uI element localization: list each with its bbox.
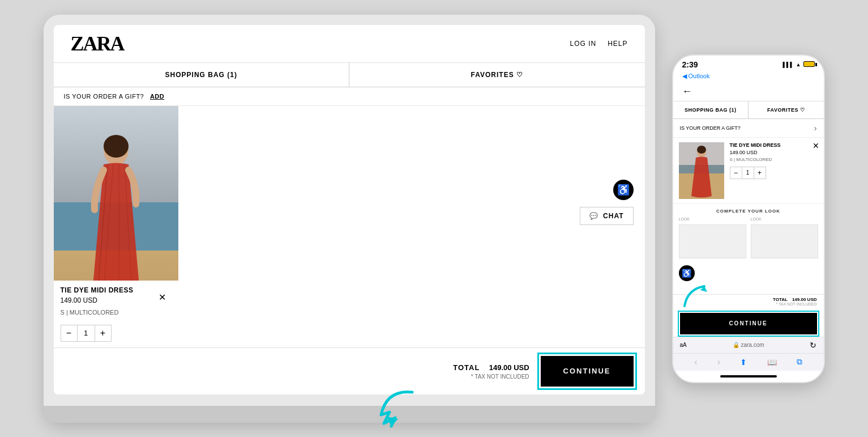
site-header: ZARA LOG IN HELP <box>54 25 645 63</box>
tab-shopping-bag[interactable]: SHOPPING BAG (1) <box>54 63 350 87</box>
phone-look-label-1: LOOK <box>679 217 746 221</box>
gift-bar: IS YOUR ORDER A GIFT? ADD <box>54 87 645 106</box>
product-price: 149.00 USD <box>61 296 172 304</box>
phone-continue-button[interactable]: CONTINUE <box>680 313 817 334</box>
tabs-bar: SHOPPING BAG (1) FAVORITES ♡ <box>54 63 645 87</box>
product-content-area: ♿ 💬 CHAT <box>178 106 645 347</box>
quantity-value: 1 <box>77 325 95 341</box>
svg-point-8 <box>697 146 706 154</box>
phone-gift-bar[interactable]: IS YOUR ORDER A GIFT? › <box>673 119 824 138</box>
product-image-area: ✕ TIE DYE MIDI DRESS 149.00 USD S | MULT… <box>54 106 178 347</box>
phone-product-image <box>679 142 724 199</box>
phone-remove-product-button[interactable]: ✕ <box>813 141 819 150</box>
battery-icon-container <box>803 61 815 68</box>
phone-look-label-2: LOOK <box>751 217 818 221</box>
phone-look-labels: LOOK LOOK <box>673 216 824 222</box>
phone-tab-favorites[interactable]: FAVORITES ♡ <box>749 101 824 118</box>
phone-font-size-control[interactable]: aA <box>680 342 687 348</box>
product-name: TIE DYE MIDI DRESS <box>61 286 172 294</box>
checkout-bottom-bar: TOTAL 149.00 USD * TAX NOT INCLUDED CONT… <box>54 347 645 394</box>
phone-share-icon[interactable]: ⬆ <box>740 358 747 367</box>
gift-add-link[interactable]: ADD <box>150 93 164 100</box>
accessibility-button[interactable]: ♿ <box>613 180 634 200</box>
phone-tab-shopping-bag[interactable]: SHOPPING BAG (1) <box>673 101 749 118</box>
laptop-screen: ZARA LOG IN HELP SHOPPING BAG (1) FAVORI… <box>54 25 645 394</box>
total-section: TOTAL 149.00 USD * TAX NOT INCLUDED <box>453 362 529 380</box>
quantity-decrease-button[interactable]: − <box>61 325 77 341</box>
phone-back-arrow[interactable]: ← <box>682 86 692 97</box>
phone-tabs-bar: SHOPPING BAG (1) FAVORITES ♡ <box>673 101 824 119</box>
phone-quantity-increase-button[interactable]: + <box>754 167 766 179</box>
product-details-panel: ✕ TIE DYE MIDI DRESS 149.00 USD S | MULT… <box>54 281 178 347</box>
phone-quantity-control: − 1 + <box>730 167 766 179</box>
phone-look-row <box>673 222 824 263</box>
arrow-annotation <box>375 384 421 431</box>
wifi-icon: ▲ <box>796 62 801 67</box>
phone-status-icons: ▌▌▌ ▲ <box>783 61 814 68</box>
chat-button[interactable]: 💬 CHAT <box>580 207 633 225</box>
phone-look-section-title: COMPLETE YOUR LOOK <box>673 204 824 216</box>
phone-nav-bar: ← <box>673 82 824 101</box>
battery-icon <box>803 61 815 67</box>
phone-product-name: TIE DYE MIDI DRESS <box>730 142 818 148</box>
phone-gift-arrow: › <box>814 124 817 133</box>
tax-note: * TAX NOT INCLUDED <box>453 374 529 380</box>
phone-status-bar: 2:39 ▌▌▌ ▲ <box>673 56 824 71</box>
product-section: ✕ TIE DYE MIDI DRESS 149.00 USD S | MULT… <box>54 106 645 347</box>
signal-icon: ▌▌▌ <box>783 62 793 67</box>
phone-quantity-value: 1 <box>742 167 754 179</box>
svg-point-1 <box>104 135 129 158</box>
phone-browser-bar: aA 🔒 zara.com ↻ <box>673 337 824 353</box>
phone-gift-text: IS YOUR ORDER A GIFT? <box>680 125 741 131</box>
total-amount: 149.00 USD <box>489 363 529 372</box>
phone-quantity-decrease-button[interactable]: − <box>730 167 742 179</box>
phone-home-indicator <box>720 375 777 377</box>
header-links: LOG IN HELP <box>570 40 627 48</box>
phone-tabs-icon[interactable]: ⧉ <box>797 357 802 367</box>
phone-look-item-2[interactable] <box>751 224 818 258</box>
phone-browser-nav-row: ‹ › ⬆ 📖 ⧉ <box>673 353 824 371</box>
help-link[interactable]: HELP <box>608 40 627 48</box>
product-variant: S | MULTICOLORED <box>61 309 172 316</box>
phone-home-bar <box>673 371 824 382</box>
phone-accessibility-icon: ♿ <box>682 269 691 278</box>
phone-time: 2:39 <box>682 60 698 69</box>
quantity-increase-button[interactable]: + <box>95 325 111 341</box>
tab-favorites[interactable]: FAVORITES ♡ <box>349 63 645 87</box>
login-link[interactable]: LOG IN <box>570 40 596 48</box>
laptop-bottom-bezel <box>44 406 655 423</box>
phone-nav-forward-button[interactable]: › <box>717 357 720 367</box>
floating-actions: ♿ 💬 CHAT <box>580 180 633 225</box>
phone-total-amount: 149.00 USD <box>792 297 817 302</box>
laptop-device: ZARA LOG IN HELP SHOPPING BAG (1) FAVORI… <box>44 15 655 423</box>
continue-button[interactable]: CONTINUE <box>541 356 634 387</box>
accessibility-icon: ♿ <box>617 184 630 196</box>
phone-look-item-1[interactable] <box>679 224 746 258</box>
phone-product-variant: S | MULTICOLORED <box>730 157 818 162</box>
phone-nav-back-button[interactable]: ‹ <box>694 357 697 367</box>
phone-arrow-annotation <box>679 278 713 314</box>
chat-label: CHAT <box>603 212 623 220</box>
phone-bookmarks-icon[interactable]: 📖 <box>767 358 777 367</box>
phone-product-info: TIE DYE MIDI DRESS 149.00 USD S | MULTIC… <box>730 142 818 199</box>
phone-product-price: 149.00 USD <box>730 150 818 155</box>
phone-device: 2:39 ▌▌▌ ▲ ◀ Outlook ← SHOPPING BAG (1) … <box>672 54 825 383</box>
quantity-control: − 1 + <box>61 325 112 342</box>
phone-back-bar: ◀ Outlook <box>673 71 824 82</box>
total-label: TOTAL <box>453 363 480 372</box>
phone-browser-url[interactable]: 🔒 zara.com <box>733 342 764 348</box>
zara-logo: ZARA <box>71 32 124 56</box>
phone-product-row: TIE DYE MIDI DRESS 149.00 USD S | MULTIC… <box>673 138 824 204</box>
chat-icon: 💬 <box>589 212 598 220</box>
phone-reload-button[interactable]: ↻ <box>810 341 816 350</box>
remove-product-button[interactable]: ✕ <box>159 292 166 303</box>
back-app-label[interactable]: ◀ Outlook <box>682 73 710 80</box>
phone-total-label: TOTAL <box>773 297 788 302</box>
gift-text: IS YOUR ORDER A GIFT? <box>64 93 144 100</box>
